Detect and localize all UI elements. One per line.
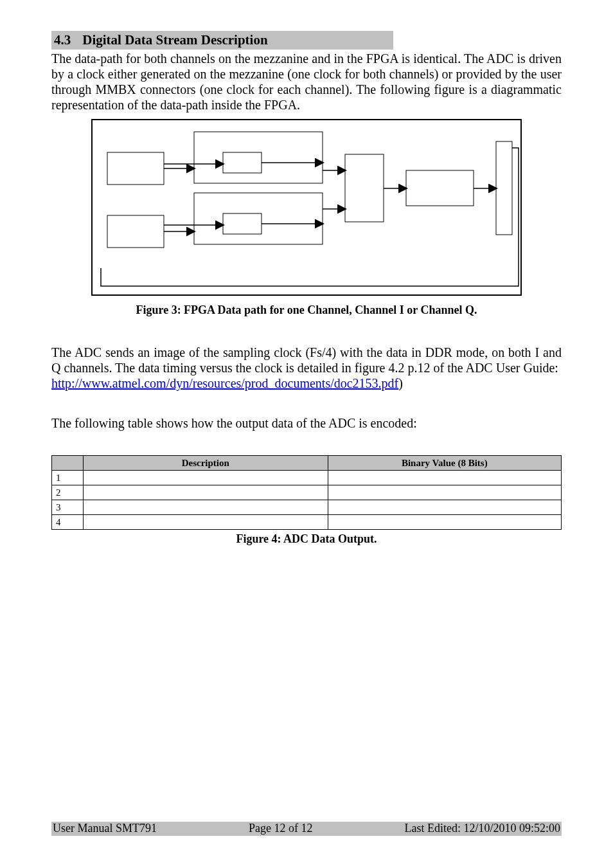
svg-rect-9 — [496, 141, 512, 235]
figure-4-caption: Figure 4: ADC Data Output. — [51, 532, 562, 547]
svg-rect-2 — [107, 215, 164, 248]
adc-user-guide-link[interactable]: http://www.atmel.com/dyn/resources/prod_… — [51, 376, 398, 390]
table-cell-val — [328, 470, 561, 485]
svg-rect-1 — [107, 152, 164, 185]
paragraph-adc-clock-text: The ADC sends an image of the sampling c… — [51, 345, 562, 375]
table-header-description: Description — [84, 455, 328, 470]
table-header-blank — [52, 455, 84, 470]
svg-rect-6 — [223, 213, 262, 234]
svg-rect-0 — [92, 120, 521, 295]
section-title: Digital Data Stream Description — [82, 32, 267, 48]
table-cell-idx: 2 — [52, 485, 84, 500]
table-row: 2 — [52, 485, 562, 500]
table-cell-val — [328, 500, 561, 514]
svg-rect-3 — [194, 132, 323, 183]
table-header-binary: Binary Value (8 Bits) — [328, 455, 561, 470]
table-cell-idx: 3 — [52, 500, 84, 514]
page-footer: User Manual SMT791 Page 12 of 12 Last Ed… — [51, 822, 562, 836]
table-header-row: Description Binary Value (8 Bits) — [52, 455, 562, 470]
svg-rect-5 — [194, 193, 323, 244]
table-cell-desc — [84, 500, 328, 514]
footer-left: User Manual SMT791 — [53, 822, 157, 836]
footer-right: Last Edited: 12/10/2010 09:52:00 — [405, 822, 560, 836]
paragraph-intro: The data-path for both channels on the m… — [51, 51, 562, 113]
svg-rect-8 — [406, 170, 474, 206]
section-number: 4.3 — [54, 32, 71, 48]
adc-output-table: Description Binary Value (8 Bits) 1 2 3 — [51, 455, 562, 530]
table-cell-desc — [84, 470, 328, 485]
table-cell-val — [328, 485, 561, 500]
paren-close: ) — [398, 376, 403, 390]
paragraph-adc-clock: The ADC sends an image of the sampling c… — [51, 345, 562, 391]
table-cell-idx: 1 — [52, 470, 84, 485]
table-cell-desc — [84, 514, 328, 529]
footer-center: Page 12 of 12 — [249, 822, 312, 836]
svg-rect-4 — [223, 152, 262, 173]
table-cell-desc — [84, 485, 328, 500]
paragraph-table-intro: The following table shows how the output… — [51, 415, 562, 431]
table-row: 1 — [52, 470, 562, 485]
page: 4.3Digital Data Stream Description The d… — [0, 0, 613, 868]
table-cell-val — [328, 514, 561, 529]
table-row: 4 — [52, 514, 562, 529]
figure-3-caption: Figure 3: FPGA Data path for one Channel… — [51, 303, 562, 318]
svg-rect-7 — [345, 154, 384, 222]
figure-3-diagram — [91, 119, 522, 296]
table-cell-idx: 4 — [52, 514, 84, 529]
table-row: 3 — [52, 500, 562, 514]
section-heading: 4.3Digital Data Stream Description — [51, 31, 393, 50]
